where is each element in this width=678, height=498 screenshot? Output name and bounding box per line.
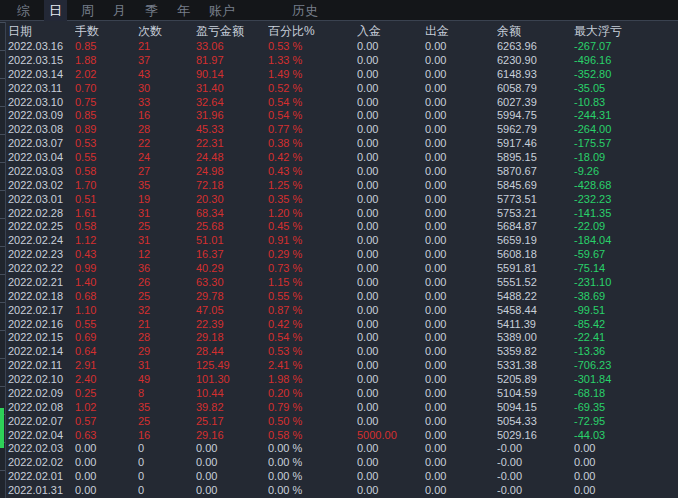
period-tab-3[interactable]: 周 [76, 0, 99, 21]
table-row[interactable]: 2022.02.180.682529.780.55 %0.000.005488.… [0, 290, 678, 304]
table-cell: 32 [138, 304, 196, 318]
table-cell: 2022.03.09 [8, 109, 75, 123]
period-tab-5[interactable]: 季 [140, 0, 163, 21]
table-cell: 0.58 [75, 165, 138, 179]
table-cell: -141.35 [574, 207, 678, 221]
table-row[interactable]: 2022.03.090.851631.960.54 %0.000.005994.… [0, 109, 678, 123]
table-row[interactable]: 2022.03.070.532222.310.38 %0.000.005917.… [0, 137, 678, 151]
period-tab-1[interactable]: 综 [12, 0, 35, 21]
table-row[interactable]: 2022.03.100.753332.640.54 %0.000.006027.… [0, 96, 678, 110]
table-cell: 2022.02.17 [8, 304, 75, 318]
table-cell: 0.00 [196, 442, 268, 456]
column-header: 入金 [357, 22, 425, 40]
table-row[interactable]: 2022.03.080.892845.330.77 %0.000.005962.… [0, 123, 678, 137]
position-marker[interactable] [0, 408, 4, 448]
table-cell: 0.00 [196, 470, 268, 484]
table-cell: 0.00 [357, 179, 425, 193]
table-row[interactable]: 2022.02.211.402663.301.15 %0.000.005551.… [0, 276, 678, 290]
table-row[interactable]: 2022.03.110.703031.400.52 %0.000.006058.… [0, 82, 678, 96]
table-row[interactable]: 2022.03.142.024390.141.49 %0.000.006148.… [0, 68, 678, 82]
table-cell: 0.20 % [268, 387, 357, 401]
table-cell: 5962.79 [497, 123, 574, 137]
table-row[interactable]: 2022.02.090.25810.440.20 %0.000.005104.5… [0, 387, 678, 401]
table-cell: 39.82 [196, 401, 268, 415]
table-cell: 2022.03.16 [8, 40, 75, 54]
table-cell: 2022.03.01 [8, 193, 75, 207]
table-row[interactable]: 2022.03.030.582724.980.43 %0.000.005870.… [0, 165, 678, 179]
table-row[interactable]: 2022.02.081.023539.820.79 %0.000.005094.… [0, 401, 678, 415]
table-cell: -0.00 [497, 484, 574, 498]
table-cell: 0.00 [425, 484, 497, 498]
table-row[interactable]: 2022.03.021.703572.181.25 %0.000.005845.… [0, 179, 678, 193]
table-cell: 1.12 [75, 234, 138, 248]
table-row[interactable]: 2022.02.040.631629.160.58 %5000.000.0050… [0, 429, 678, 443]
table-cell: 21 [138, 40, 196, 54]
row-ruler-track[interactable] [0, 22, 6, 498]
table-cell: 2022.03.08 [8, 123, 75, 137]
table-cell: -0.00 [497, 456, 574, 470]
table-cell: 2022.03.11 [8, 82, 75, 96]
period-tab-8[interactable]: 历史 [287, 0, 323, 21]
table-row[interactable]: 2022.02.102.4049101.301.98 %0.000.005205… [0, 373, 678, 387]
table-row[interactable]: 2022.02.010.0000.000.00 %0.000.00-0.000.… [0, 470, 678, 484]
table-cell: -69.35 [574, 401, 678, 415]
table-cell: 63.30 [196, 276, 268, 290]
table-row[interactable]: 2022.02.030.0000.000.00 %0.000.00-0.000.… [0, 442, 678, 456]
table-cell: -22.41 [574, 331, 678, 345]
table-cell: 5773.51 [497, 193, 574, 207]
table-row[interactable]: 2022.02.140.642928.440.53 %0.000.005359.… [0, 345, 678, 359]
table-row[interactable]: 2022.02.230.431216.370.29 %0.000.005608.… [0, 248, 678, 262]
table-cell: 0.00 [357, 165, 425, 179]
table-cell: 5331.38 [497, 359, 574, 373]
table-row[interactable]: 2022.02.281.613168.341.20 %0.000.005753.… [0, 207, 678, 221]
table-cell: 0.00 [196, 484, 268, 498]
column-header: 出金 [425, 22, 497, 40]
table-row[interactable]: 2022.02.070.572525.170.50 %0.000.005054.… [0, 415, 678, 429]
table-cell: 0.00 [425, 179, 497, 193]
table-cell: -184.04 [574, 234, 678, 248]
table-cell: 2022.02.03 [8, 442, 75, 456]
table-cell: 2022.02.14 [8, 345, 75, 359]
table-row[interactable]: 2022.03.160.852133.060.53 %0.000.006263.… [0, 40, 678, 54]
table-row[interactable]: 2022.03.151.883781.971.33 %0.000.006230.… [0, 54, 678, 68]
table-cell: 6263.96 [497, 40, 574, 54]
table-cell: 0.00 [357, 415, 425, 429]
table-row[interactable]: 2022.02.250.582525.680.45 %0.000.005684.… [0, 220, 678, 234]
table-row[interactable]: 2022.02.150.692829.180.54 %0.000.005389.… [0, 331, 678, 345]
table-cell: 0 [138, 442, 196, 456]
table-row[interactable]: 2022.03.040.552424.480.42 %0.000.005895.… [0, 151, 678, 165]
table-cell: 5659.19 [497, 234, 574, 248]
period-tab-7[interactable]: 账户 [204, 0, 240, 21]
table-cell: 0.00 [425, 318, 497, 332]
table-cell: 0.00 % [268, 484, 357, 498]
period-tab-2[interactable]: 日 [44, 0, 67, 21]
column-header: 手数 [75, 22, 138, 40]
table-cell: 0.00 [357, 276, 425, 290]
table-cell: 0.85 [75, 40, 138, 54]
table-cell: 0.00 [425, 373, 497, 387]
table-cell: 1.49 % [268, 68, 357, 82]
table-cell: 1.61 [75, 207, 138, 221]
table-cell: 5029.16 [497, 429, 574, 443]
table-cell: 19 [138, 193, 196, 207]
table-cell: 0.00 % [268, 456, 357, 470]
table-row[interactable]: 2022.02.171.103247.050.87 %0.000.005458.… [0, 304, 678, 318]
table-row[interactable]: 2022.02.112.9131125.492.41 %0.000.005331… [0, 359, 678, 373]
table-cell: 0.55 % [268, 290, 357, 304]
table-cell: 0.53 % [268, 40, 357, 54]
table-cell: 5054.33 [497, 415, 574, 429]
table-row[interactable]: 2022.02.241.123151.010.91 %0.000.005659.… [0, 234, 678, 248]
table-header-row: 日期手数次数盈亏金额百分比%入金出金余额最大浮亏 [0, 22, 678, 40]
table-cell: 0.00 [75, 442, 138, 456]
table-cell: 2022.03.10 [8, 96, 75, 110]
period-tab-6[interactable]: 年 [172, 0, 195, 21]
table-cell: 28 [138, 123, 196, 137]
table-row[interactable]: 2022.02.020.0000.000.00 %0.000.00-0.000.… [0, 456, 678, 470]
table-cell: 0.38 % [268, 137, 357, 151]
period-tab-4[interactable]: 月 [108, 0, 131, 21]
table-cell: 0.54 % [268, 331, 357, 345]
table-row[interactable]: 2022.02.220.993640.290.73 %0.000.005591.… [0, 262, 678, 276]
table-row[interactable]: 2022.01.310.0000.000.00 %0.000.00-0.000.… [0, 484, 678, 498]
table-row[interactable]: 2022.02.160.552122.390.42 %0.000.005411.… [0, 318, 678, 332]
table-row[interactable]: 2022.03.010.511920.300.35 %0.000.005773.… [0, 193, 678, 207]
